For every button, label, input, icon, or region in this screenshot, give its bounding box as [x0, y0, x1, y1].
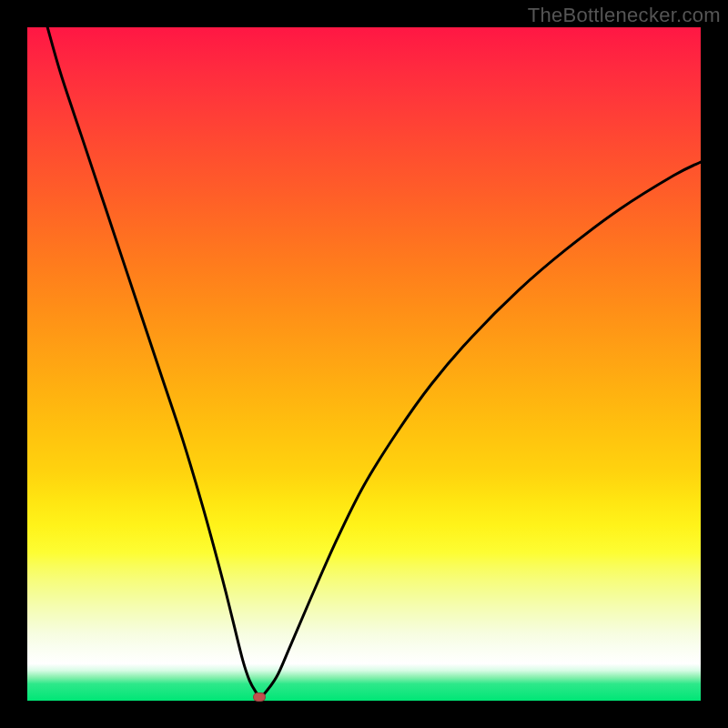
chart-plot-area: [27, 27, 701, 701]
optimal-point-marker: [253, 693, 266, 702]
bottleneck-curve: [27, 27, 701, 701]
watermark-text: TheBottlenecker.com: [528, 4, 721, 27]
